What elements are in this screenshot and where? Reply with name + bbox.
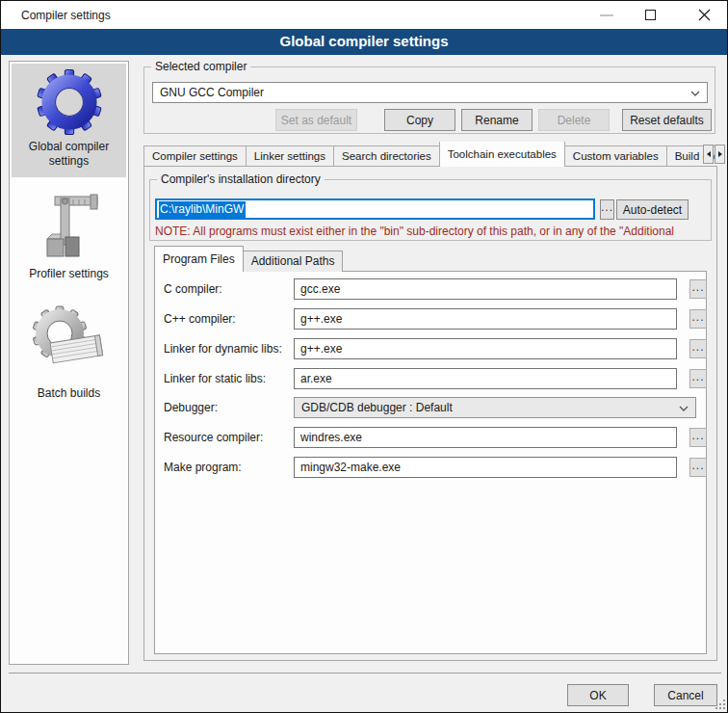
browse-directory-button[interactable]: ...: [600, 199, 614, 220]
selected-path-text: C:\raylib\MinGW: [159, 201, 246, 218]
debugger-select[interactable]: GDB/CDB debugger : Default: [294, 397, 696, 418]
copy-button[interactable]: Copy: [384, 109, 455, 131]
delete-button[interactable]: Delete: [538, 109, 610, 131]
tab-additional-paths[interactable]: Additional Paths: [243, 251, 344, 272]
close-icon: [698, 9, 711, 21]
close-button[interactable]: [687, 1, 719, 29]
paths-tab-bar: Program Files Additional Paths: [154, 247, 342, 272]
c-compiler-input[interactable]: gcc.exe: [294, 278, 677, 300]
settings-category-list: Global compiler settings Profiler settin…: [9, 61, 129, 665]
tab-scroll-buttons: [703, 145, 726, 164]
auto-detect-button[interactable]: Auto-detect: [616, 199, 689, 220]
minimize-icon: [600, 14, 613, 16]
tab-search-directories[interactable]: Search directories: [333, 145, 440, 167]
bin-subdirectory-note: NOTE: All programs must exist either in …: [155, 224, 710, 238]
debugger-select-value: GDB/CDB debugger : Default: [301, 398, 453, 417]
gear-stack-icon: [31, 304, 108, 382]
rename-button[interactable]: Rename: [461, 109, 533, 131]
browse-resource-compiler-button[interactable]: ...: [689, 428, 707, 447]
browse-static-linker-button[interactable]: ...: [689, 369, 707, 388]
tab-linker-settings[interactable]: Linker settings: [246, 145, 334, 167]
title-bar: Compiler settings: [1, 1, 727, 29]
tab-program-files[interactable]: Program Files: [154, 246, 244, 272]
tab-compiler-settings[interactable]: Compiler settings: [143, 145, 247, 167]
group-legend: Selected compiler: [151, 60, 250, 73]
chevron-down-icon: [690, 91, 700, 96]
toolchain-executables-page: Compiler's installation directory C:\ray…: [143, 166, 717, 661]
group-legend: Compiler's installation directory: [157, 172, 325, 186]
browse-cpp-compiler-button[interactable]: ...: [689, 309, 707, 329]
compiler-settings-dialog: Compiler settings Global compiler settin…: [0, 0, 728, 713]
installation-directory-group: Compiler's installation directory C:\ray…: [149, 179, 712, 241]
browse-dynamic-linker-button[interactable]: ...: [689, 339, 707, 358]
gear-blue-icon: [37, 69, 102, 135]
dynamic-linker-input[interactable]: g++.exe: [294, 338, 677, 359]
compiler-select-value: GNU GCC Compiler: [160, 83, 264, 102]
arrow-left-icon: [707, 151, 711, 157]
selected-compiler-group: Selected compiler GNU GCC Compiler Set a…: [143, 66, 715, 134]
sidebar-item-profiler-settings[interactable]: Profiler settings: [12, 183, 126, 283]
settings-tab-bar: Compiler settings Linker settings Search…: [143, 142, 717, 167]
sidebar-item-label: Global compiler settings: [12, 140, 126, 169]
minimize-button[interactable]: [590, 1, 623, 29]
browse-c-compiler-button[interactable]: ...: [689, 279, 707, 299]
window-title: Compiler settings: [21, 9, 111, 22]
sidebar-item-label: Batch builds: [12, 386, 126, 401]
chevron-down-icon: [679, 406, 689, 411]
field-row-debugger: Debugger: GDB/CDB debugger : Default: [164, 397, 706, 420]
resource-compiler-input[interactable]: windres.exe: [294, 427, 677, 448]
field-row-resource-compiler: Resource compiler: windres.exe ...: [164, 427, 706, 450]
caliper-icon: [36, 189, 103, 262]
static-linker-input[interactable]: ar.exe: [294, 368, 677, 389]
sidebar-item-global-compiler-settings[interactable]: Global compiler settings: [12, 64, 126, 177]
program-files-page: C compiler: gcc.exe ... C++ compiler: g+…: [154, 271, 707, 654]
browse-make-program-button[interactable]: ...: [689, 458, 707, 477]
installation-directory-input[interactable]: C:\raylib\MinGW: [155, 198, 595, 220]
field-row-make-program: Make program: mingw32-make.exe ...: [164, 457, 706, 480]
field-row-static-linker: Linker for static libs: ar.exe ...: [164, 368, 706, 391]
compiler-select[interactable]: GNU GCC Compiler: [152, 82, 708, 103]
sidebar-item-batch-builds[interactable]: Batch builds: [12, 299, 126, 401]
ok-button[interactable]: OK: [567, 684, 629, 706]
make-program-input[interactable]: mingw32-make.exe: [294, 457, 677, 478]
field-row-dynamic-linker: Linker for dynamic libs: g++.exe ...: [164, 338, 706, 361]
tab-toolchain-executables[interactable]: Toolchain executables: [439, 142, 565, 167]
field-row-c-compiler: C compiler: gcc.exe ...: [164, 278, 706, 302]
tab-custom-variables[interactable]: Custom variables: [564, 145, 667, 167]
field-row-cpp-compiler: C++ compiler: g++.exe ...: [164, 308, 706, 331]
maximize-button[interactable]: [638, 1, 671, 29]
reset-defaults-button[interactable]: Reset defaults: [622, 109, 712, 131]
cancel-button[interactable]: Cancel: [654, 684, 717, 706]
sidebar-item-label: Profiler settings: [12, 267, 126, 281]
set-as-default-button[interactable]: Set as default: [275, 109, 357, 131]
resize-grip[interactable]: [715, 700, 726, 710]
dialog-heading: Global compiler settings: [1, 29, 727, 55]
tab-scroll-left-button[interactable]: [703, 145, 714, 164]
cpp-compiler-input[interactable]: g++.exe: [294, 308, 677, 330]
maximize-icon: [645, 10, 656, 20]
arrow-right-icon: [718, 151, 722, 157]
tab-scroll-right-button[interactable]: [715, 145, 725, 164]
footer-divider: [9, 673, 721, 673]
